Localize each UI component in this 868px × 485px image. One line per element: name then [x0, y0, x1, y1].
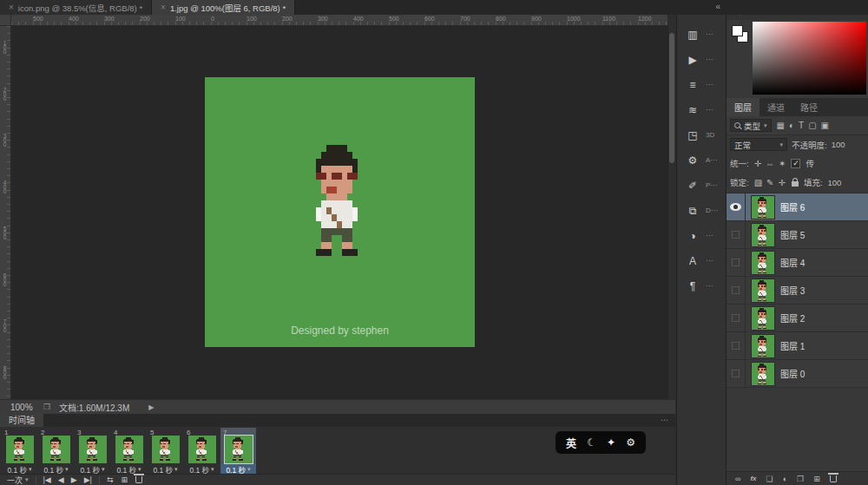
propagate-frame-checkbox[interactable]: ✓ [791, 159, 800, 168]
ruler-origin-corner[interactable] [0, 15, 11, 26]
frame-delay-dropdown[interactable]: 0.1 秒▾ [38, 464, 74, 474]
scrollbar-thumb[interactable] [669, 33, 674, 163]
layer-thumbnail[interactable] [752, 307, 774, 330]
layer-row[interactable]: 图层 1 [727, 332, 868, 360]
layer-row[interactable]: 图层 2 [727, 305, 868, 332]
ime-language[interactable]: 英 [566, 436, 576, 450]
blend-mode-dropdown[interactable]: 正常 ▾ [730, 138, 787, 151]
visibility-toggle[interactable] [727, 360, 746, 387]
ime-spark[interactable]: ✦ [607, 436, 615, 449]
tween-button[interactable]: ⇆ [107, 475, 114, 485]
loop-options-dropdown[interactable]: 一次 ▾ [7, 475, 29, 485]
histogram-panel[interactable]: ▥⋯ [677, 22, 726, 47]
visibility-toggle[interactable] [727, 305, 746, 331]
layer-style[interactable]: fx [750, 475, 756, 482]
timeline-menu-icon[interactable]: ⋯ [661, 414, 668, 427]
timeline-frame[interactable]: 40.1 秒▾ [111, 428, 147, 474]
frame-delay-dropdown[interactable]: 0.1 秒▾ [220, 464, 256, 474]
foreground-color-swatch[interactable] [732, 25, 743, 36]
delete-layer[interactable] [830, 473, 837, 484]
filter-shape-layers[interactable]: ▢ [808, 121, 816, 130]
unify-position[interactable]: ✛ [754, 159, 761, 168]
ime-moon[interactable]: ☾ [587, 436, 596, 449]
unify-visibility[interactable]: ⇔ [766, 159, 774, 168]
frame-thumbnail[interactable] [43, 436, 70, 463]
frame-delay-dropdown[interactable]: 0.1 秒▾ [2, 464, 37, 474]
timeline-frame[interactable]: 30.1 秒▾ [75, 428, 110, 474]
timeline-frame[interactable]: 50.1 秒▾ [148, 428, 183, 474]
tab-layers[interactable]: 图层 [727, 98, 760, 116]
frame-delay-dropdown[interactable]: 0.1 秒▾ [75, 464, 110, 474]
paths-panel[interactable]: ✐P⋯ [677, 173, 726, 198]
frame-delay-dropdown[interactable]: 0.1 秒▾ [148, 464, 183, 474]
lock-pixels[interactable]: ✎ [766, 178, 773, 187]
layer-thumbnail[interactable] [752, 363, 774, 385]
tab-timeline[interactable]: 时间轴 [0, 414, 43, 427]
tab-paths[interactable]: 路径 [792, 98, 825, 116]
next-frame-button[interactable]: ▶| [84, 475, 92, 485]
paragraph-panel[interactable]: ¶⋯ [677, 273, 726, 298]
frame-delay-dropdown[interactable]: 0.1 秒▾ [111, 464, 147, 474]
visibility-toggle[interactable] [727, 277, 746, 304]
timeline-frame[interactable]: 10.1 秒▾ [2, 428, 37, 474]
info-panel[interactable]: ≋⋯ [677, 97, 726, 122]
new-layer[interactable]: ⊞ [813, 475, 820, 483]
vertical-ruler[interactable]: 100200300400500600700800 [0, 26, 11, 399]
actions-panel[interactable]: ▶⋯ [677, 47, 726, 72]
timeline-frame[interactable]: 20.1 秒▾ [38, 428, 74, 474]
filter-type-layers[interactable]: T [799, 121, 804, 130]
clone-source-panel[interactable]: ⧉D⋯ [677, 198, 726, 223]
new-group[interactable]: ❐ [797, 475, 804, 483]
timeline-frame[interactable]: 60.1 秒▾ [184, 428, 220, 474]
tab-close-icon[interactable]: × [9, 3, 14, 12]
visibility-toggle[interactable] [727, 332, 746, 359]
layer-thumbnail[interactable] [752, 196, 774, 219]
zoom-level[interactable]: 100% [10, 403, 43, 412]
new-adjustment-layer[interactable]: ◐ [783, 475, 787, 483]
first-frame-button[interactable]: |◀ [43, 475, 51, 485]
visibility-toggle[interactable] [727, 249, 746, 276]
status-flyout-icon[interactable]: ❐ [43, 403, 50, 411]
frame-thumbnail[interactable] [152, 436, 180, 463]
fill-value[interactable]: 100 [828, 178, 842, 187]
layer-thumbnail[interactable] [752, 224, 774, 246]
delete-frame-button[interactable] [135, 474, 142, 485]
lock-position[interactable]: ✛ [778, 178, 785, 187]
character-panel[interactable]: A⋯ [677, 248, 726, 273]
filter-pixel-layers[interactable]: ▦ [777, 121, 785, 130]
filter-kind-dropdown[interactable]: 类型 ▾ [730, 119, 772, 132]
frame-thumbnail[interactable] [115, 436, 143, 463]
tab-channels[interactable]: 通道 [760, 98, 792, 116]
channels-panel[interactable]: ◑⋯ [677, 223, 726, 248]
play-button[interactable]: ▶ [71, 475, 77, 485]
horizontal-ruler[interactable]: 5004003002001000100200300400500600700800… [11, 15, 667, 26]
previous-frame-button[interactable]: ◀ [58, 475, 64, 485]
frame-thumbnail[interactable] [79, 436, 107, 463]
timeline-frame[interactable]: 70.1 秒▾ [220, 428, 256, 474]
document-canvas[interactable]: Designed by stephen [205, 77, 475, 347]
frame-thumbnail[interactable] [188, 436, 216, 463]
visibility-toggle[interactable] [727, 221, 746, 248]
duplicate-frame-button[interactable]: ⊞ [121, 475, 128, 485]
visibility-toggle[interactable] [727, 193, 746, 220]
canvas-viewport[interactable]: Designed by stephen [11, 26, 667, 399]
frame-thumbnail[interactable] [225, 436, 253, 463]
lock-transparency[interactable]: ▨ [754, 178, 762, 187]
properties-panel[interactable]: ≡⋯ [677, 72, 726, 97]
layer-row[interactable]: 图层 0 [727, 360, 868, 388]
vertical-scrollbar[interactable] [667, 26, 675, 399]
3d-panel[interactable]: ◳3D [677, 122, 726, 147]
status-menu-arrow-icon[interactable]: ▶ [148, 403, 154, 411]
tab-close-icon[interactable]: × [161, 3, 166, 12]
layer-thumbnail[interactable] [752, 335, 774, 357]
layer-row[interactable]: 图层 5 [727, 221, 868, 249]
layer-thumbnail[interactable] [752, 252, 774, 274]
filter-smart-objects[interactable]: ▣ [821, 121, 829, 130]
add-layer-mask[interactable]: ❏ [766, 475, 773, 483]
ime-settings[interactable]: ⚙ [626, 436, 635, 449]
layer-thumbnail[interactable] [752, 279, 774, 302]
layer-row[interactable]: 图层 4 [727, 249, 868, 277]
frame-thumbnail[interactable] [6, 436, 34, 463]
color-gradient-picker[interactable] [753, 22, 866, 95]
unify-style[interactable]: ✶ [779, 159, 786, 168]
